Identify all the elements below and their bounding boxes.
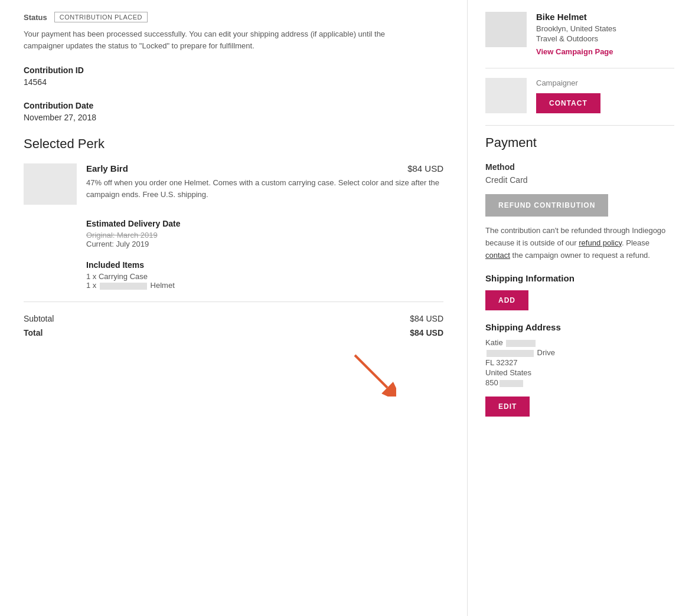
svg-line-1 [355,355,387,388]
perk-sub-icon-delivery [24,219,77,231]
status-badge: CONTRIBUTION PLACED [54,12,148,22]
campaign-category: Travel & Outdoors [536,34,616,43]
shipping-street: Drive [485,348,674,357]
totals-divider [24,302,443,302]
subtotal-row: Subtotal $84 USD [24,314,443,323]
contact-campaign-owner-link[interactable]: contact [485,251,510,260]
included-items-section: Included Items 1 x Carrying Case 1 x Hel… [24,260,443,290]
campaigner-section: Campaigner CONTACT [485,68,674,113]
total-row: Total $84 USD [24,328,443,338]
shipping-address-title: Shipping Address [485,322,674,332]
status-row: Status CONTRIBUTION PLACED [24,12,443,22]
arrow-svg [349,349,396,397]
total-value: $84 USD [410,328,443,338]
included-items-content: Included Items 1 x Carrying Case 1 x Hel… [86,260,443,290]
status-label: Status [24,13,47,22]
right-divider-1 [485,125,674,126]
contribution-id-block: Contribution ID 14564 [24,65,443,87]
estimated-delivery-current: Current: July 2019 [86,240,443,248]
contribution-id-value: 14564 [24,77,443,87]
status-description: Your payment has been processed successf… [24,28,425,51]
left-panel: Status CONTRIBUTION PLACED Your payment … [0,0,468,616]
campaign-info: Bike Helmet Brooklyn, United States Trav… [485,12,674,56]
refund-note: The contribution can't be refunded throu… [485,225,674,261]
campaigner-avatar [485,78,527,113]
included-items-label: Included Items [86,260,443,270]
shipping-name: Katie [485,338,674,347]
estimated-delivery-section: Estimated Delivery Date Original: March … [24,219,443,248]
included-item-0: 1 x Carrying Case [86,272,443,281]
contact-button[interactable]: CONTACT [536,93,600,113]
view-campaign-link[interactable]: View Campaign Page [536,47,613,56]
contribution-date-block: Contribution Date November 27, 2018 [24,101,443,122]
subtotal-label: Subtotal [24,314,54,323]
shipping-state-zip: FL 32327 [485,358,674,367]
shipping-country: United States [485,368,674,377]
perk-name: Early Bird [86,163,128,173]
perk-sub-icon-items [24,260,77,272]
campaign-details: Bike Helmet Brooklyn, United States Trav… [536,12,616,56]
contribution-date-value: November 27, 2018 [24,113,443,122]
refund-policy-link[interactable]: refund policy [579,238,622,247]
campaigner-label: Campaigner [536,78,600,87]
payment-method-label: Method [485,162,674,172]
subtotal-value: $84 USD [410,314,443,323]
perk-details: Early Bird $84 USD 47% off when you orde… [86,163,443,200]
campaign-name: Bike Helmet [536,12,616,22]
totals-section: Subtotal $84 USD Total $84 USD [24,314,443,338]
right-panel: Bike Helmet Brooklyn, United States Trav… [468,0,692,616]
perk-price: $84 USD [407,163,443,173]
payment-title: Payment [485,135,674,150]
estimated-delivery-label: Estimated Delivery Date [86,219,443,228]
campaign-location: Brooklyn, United States [536,24,616,33]
arrow-indicator [24,349,443,397]
perk-description: 47% off when you order one Helmet. Comes… [86,177,443,200]
total-label: Total [24,328,43,338]
perk-name-row: Early Bird $84 USD [86,163,443,173]
contribution-date-label: Contribution Date [24,101,443,110]
perk-row: Early Bird $84 USD 47% off when you orde… [24,163,443,205]
add-shipping-button[interactable]: ADD [485,290,528,310]
shipping-phone: 850 [485,378,674,387]
estimated-delivery-original: Original: March 2019 [86,231,443,240]
perk-image [24,163,77,205]
estimated-delivery-content: Estimated Delivery Date Original: March … [86,219,443,248]
included-item-1: 1 x Helmet [86,281,443,290]
contribution-id-label: Contribution ID [24,65,443,75]
refund-contribution-button[interactable]: REFUND CONTRIBUTION [485,194,608,217]
campaign-image [485,12,527,47]
campaigner-content: Campaigner CONTACT [536,78,600,113]
selected-perk-title: Selected Perk [24,136,443,152]
shipping-info-title: Shipping Information [485,273,674,283]
edit-shipping-button[interactable]: EDIT [485,397,530,417]
payment-method-value: Credit Card [485,175,674,185]
